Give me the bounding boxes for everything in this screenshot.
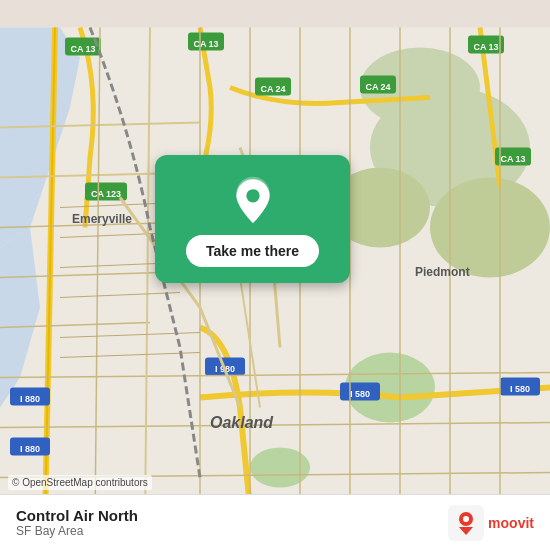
location-title: Control Air North xyxy=(16,507,138,524)
svg-text:I 580: I 580 xyxy=(350,389,370,399)
svg-text:CA 13: CA 13 xyxy=(473,42,498,52)
svg-text:I 880: I 880 xyxy=(20,394,40,404)
bottom-bar: Control Air North SF Bay Area moovit xyxy=(0,494,550,550)
svg-point-4 xyxy=(250,448,310,488)
take-me-there-card: Take me there xyxy=(155,155,350,283)
svg-text:CA 123: CA 123 xyxy=(91,189,121,199)
svg-point-62 xyxy=(246,189,259,202)
location-pin-icon xyxy=(228,175,278,225)
svg-text:CA 13: CA 13 xyxy=(500,154,525,164)
svg-text:CA 13: CA 13 xyxy=(193,39,218,49)
moovit-text: moovit xyxy=(488,515,534,531)
svg-point-65 xyxy=(463,516,469,522)
map-attribution: © OpenStreetMap contributors xyxy=(8,475,152,490)
moovit-logo: moovit xyxy=(448,505,534,541)
svg-text:Piedmont: Piedmont xyxy=(415,265,470,279)
location-subtitle: SF Bay Area xyxy=(16,524,138,538)
svg-text:I 580: I 580 xyxy=(510,384,530,394)
svg-text:CA 13: CA 13 xyxy=(70,44,95,54)
svg-point-6 xyxy=(430,178,550,278)
svg-text:CA 24: CA 24 xyxy=(365,82,390,92)
svg-text:CA 24: CA 24 xyxy=(260,84,285,94)
map-container: I 880 I 880 I 980 I 580 I 580 CA 13 CA 1… xyxy=(0,0,550,550)
svg-text:Oakland: Oakland xyxy=(210,414,274,431)
moovit-icon xyxy=(448,505,484,541)
take-me-there-button[interactable]: Take me there xyxy=(186,235,319,267)
bottom-bar-info: Control Air North SF Bay Area xyxy=(16,507,138,538)
svg-text:Emeryville: Emeryville xyxy=(72,212,132,226)
svg-text:I 880: I 880 xyxy=(20,444,40,454)
